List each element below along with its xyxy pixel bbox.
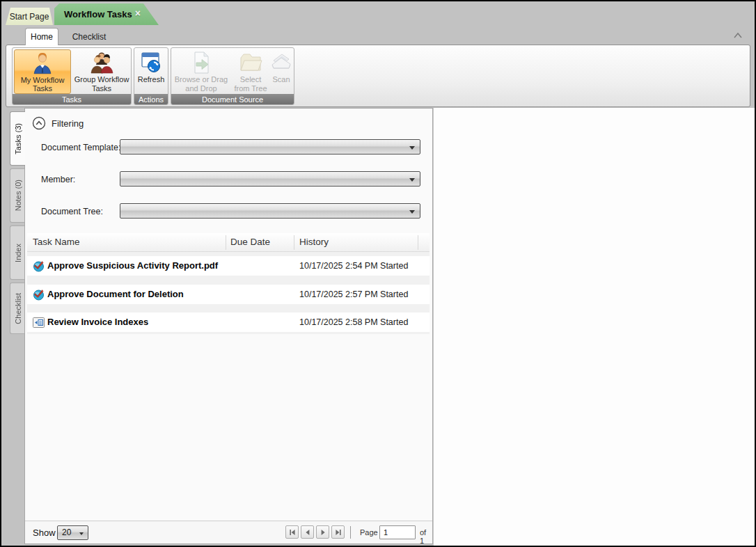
show-page-size-dropdown[interactable]: 20 [57,525,88,540]
tab-workflow-tasks-label: Workflow Tasks [64,9,132,19]
page-number-input[interactable] [379,525,416,539]
close-icon[interactable]: × [135,8,141,18]
column-header-history[interactable]: History [299,237,329,247]
ribbon-group-actions: Refresh Actions [134,47,168,105]
table-row-approve-document-deletion[interactable]: Approve Document for Deletion 10/17/2025… [27,285,430,304]
side-tab-checklist-label: Checklist [14,293,22,324]
folder-icon [239,51,262,74]
scan-label: Scan [272,75,290,84]
next-page-icon [320,529,326,536]
tab-start-page[interactable]: Start Page [6,8,53,25]
document-tree-label: Document Tree: [41,207,103,216]
refresh-icon [140,51,162,74]
page-count-label: of 1 [420,528,432,545]
ribbon-tab-checklist[interactable]: Checklist [67,30,111,44]
footer-divider [350,526,351,539]
ribbon: My Workflow Tasks Group Workflow Tasks T… [6,45,750,107]
previous-page-icon [304,529,311,536]
ribbon-group-document-source-label: Document Source [171,94,294,104]
group-workflow-tasks-button[interactable]: Group Workflow Tasks [72,49,131,94]
application-window: Start Page Workflow Tasks × Home Checkli… [0,0,756,547]
ribbon-tab-home[interactable]: Home [25,28,58,45]
task-name: Approve Document for Deletion [47,289,184,299]
filtering-collapse-toggle[interactable]: Filtering [32,116,84,130]
my-workflow-tasks-label: My Workflow Tasks [15,76,70,93]
task-list-footer: Show 20 [25,521,432,544]
side-tab-tasks[interactable]: Tasks (3) [10,111,25,166]
task-table-header: Task Name Due Date History [27,233,430,252]
refresh-label: Refresh [138,75,165,84]
group-workflow-tasks-label: Group Workflow Tasks [72,75,131,93]
ribbon-group-actions-label: Actions [134,94,168,104]
show-label: Show [33,528,56,538]
side-tab-notes-label: Notes (0) [14,180,22,211]
side-tab-index-label: Index [14,244,22,262]
tab-start-page-label: Start Page [10,12,49,22]
select-from-tree-button: Select from Tree [233,49,269,94]
column-divider [226,235,226,250]
scan-button: Scan [269,49,293,94]
ribbon-group-tasks-label: Tasks [13,94,131,104]
task-history: 10/17/2025 2:58 PM Started [299,317,408,327]
my-workflow-tasks-button[interactable]: My Workflow Tasks [14,49,71,94]
refresh-button[interactable]: Refresh [136,49,166,94]
task-list: Approve Suspicious Activity Report.pdf 1… [27,252,430,334]
task-history: 10/17/2025 2:54 PM Started [299,261,408,271]
page-label: Page [360,528,378,537]
table-row-approve-suspicious-activity[interactable]: Approve Suspicious Activity Report.pdf 1… [27,256,430,276]
column-divider [294,235,294,250]
previous-page-button[interactable] [301,525,314,539]
chevron-up-circle-icon [32,116,46,130]
browse-drag-drop-label: Browse or Drag and Drop [173,75,230,93]
approve-task-icon [33,260,45,272]
review-task-icon [33,317,45,328]
column-divider [418,235,418,250]
last-page-icon [335,529,342,536]
ribbon-group-document-source: Browse or Drag and Drop Select from Tree… [171,47,294,105]
ribbon-tab-home-label: Home [31,32,53,42]
document-template-dropdown[interactable] [120,139,420,154]
people-group-icon [90,51,113,74]
column-header-due-date[interactable]: Due Date [230,237,270,247]
workflow-tasks-panel: Filtering Document Template: Member: Doc… [24,108,433,544]
browse-drag-drop-button: Browse or Drag and Drop [173,49,230,94]
select-from-tree-label: Select from Tree [233,75,269,93]
document-viewer-panel [433,108,755,546]
scanner-icon [269,51,293,74]
tab-workflow-tasks[interactable]: Workflow Tasks × [54,3,159,25]
next-page-button[interactable] [316,525,329,539]
task-name: Approve Suspicious Activity Report.pdf [47,260,218,271]
first-page-icon [289,529,296,536]
member-label: Member: [41,175,75,184]
document-arrow-icon [190,51,212,74]
ribbon-group-tasks: My Workflow Tasks Group Workflow Tasks T… [12,47,132,105]
last-page-button[interactable] [331,525,345,539]
show-page-size-value: 20 [58,526,88,539]
task-history: 10/17/2025 2:57 PM Started [299,290,408,299]
side-tab-index[interactable]: Index [10,225,25,280]
filtering-title: Filtering [52,118,84,129]
document-tree-dropdown[interactable] [120,203,420,219]
side-tab-tasks-label: Tasks (3) [14,123,22,154]
member-dropdown[interactable] [120,171,420,187]
approve-task-icon [33,289,45,301]
column-header-task-name[interactable]: Task Name [33,237,80,247]
collapse-ribbon-icon[interactable] [732,31,743,40]
ribbon-tab-checklist-label: Checklist [72,32,107,42]
person-icon [31,51,54,75]
side-tab-checklist[interactable]: Checklist [10,283,25,334]
first-page-button[interactable] [285,525,299,539]
side-tab-notes[interactable]: Notes (0) [10,168,25,223]
task-name: Review Invoice Indexes [47,317,148,327]
document-template-label: Document Template: [41,143,120,152]
table-row-review-invoice-indexes[interactable]: Review Invoice Indexes 10/17/2025 2:58 P… [27,312,430,332]
